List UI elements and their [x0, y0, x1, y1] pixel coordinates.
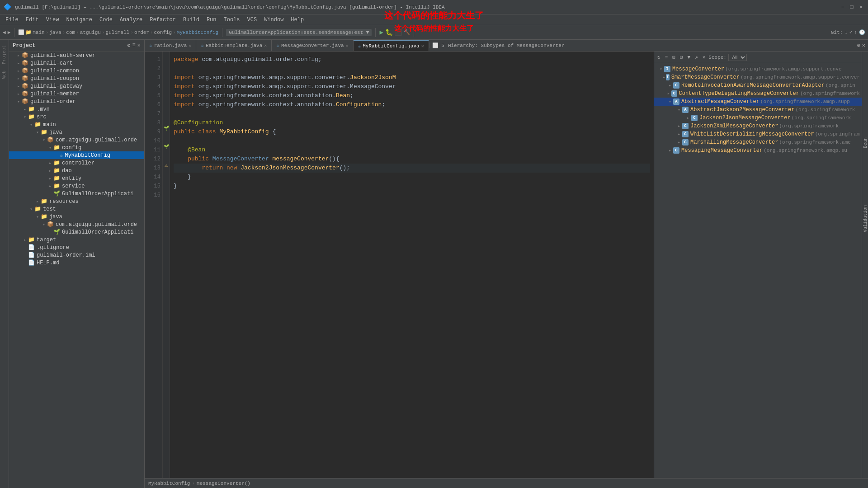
side-label-project[interactable]: Project	[2, 43, 7, 66]
footer-method[interactable]: messageConverter()	[197, 481, 250, 486]
tab-rabbittemplate[interactable]: ☕ RabbitTemplate.java ✕	[196, 40, 272, 52]
run-config-selector[interactable]: GulimallOrderApplicationTests.sendMessag…	[226, 29, 372, 36]
breadcrumb-gulimall[interactable]: gulimall	[106, 30, 130, 35]
menu-file[interactable]: File	[2, 16, 22, 24]
toolbar-back-btn[interactable]: ◀	[3, 29, 6, 35]
sidebar-item[interactable]: 🌱 GulimallOrderApplicati	[9, 228, 144, 236]
menu-build[interactable]: Build	[179, 16, 203, 24]
hierarchy-item[interactable]: ▸ C WhiteListDeserializingMessageConvert…	[654, 130, 862, 138]
menu-run[interactable]: Run	[203, 16, 220, 24]
sidebar-item[interactable]: ▸ 📁 target	[9, 236, 144, 244]
menu-view[interactable]: View	[42, 16, 63, 24]
menu-window[interactable]: Window	[260, 16, 287, 24]
tab-close-messageconverter[interactable]: ✕	[346, 43, 349, 48]
sidebar-item[interactable]: ▸ 📁 dao	[9, 167, 144, 174]
sidebar-item[interactable]: ▾ 📁 src	[9, 113, 144, 121]
tab-myrabbitconfig[interactable]: ☕ MyRabbitConfig.java ✕	[354, 40, 429, 52]
breadcrumb-main[interactable]: ⬜	[18, 29, 24, 35]
hierarchy-close-icon[interactable]: ✕	[862, 42, 865, 49]
menu-help[interactable]: Help	[287, 16, 307, 24]
tab-close-myrabbitconfig[interactable]: ✕	[421, 43, 424, 49]
sidebar-item[interactable]: ▾ 📦 com.atguigu.gulimall.orde	[9, 221, 144, 228]
sidebar-item[interactable]: ▸ 📁 resources	[9, 197, 144, 205]
sidebar-item[interactable]: 📄 gulimall-order.iml	[9, 251, 144, 259]
sidebar-item[interactable]: ▾ 📦 gulimall-order	[9, 98, 144, 105]
menu-edit[interactable]: Edit	[22, 16, 42, 24]
sidebar-item[interactable]: ▸ 📦 gulimall-gateway	[9, 82, 144, 90]
breadcrumb-file[interactable]: MyRabbitConfig	[177, 30, 218, 35]
close-button[interactable]: ✕	[857, 4, 864, 11]
sidebar-item[interactable]: ▸ 📁 service	[9, 182, 144, 190]
breadcrumb-config[interactable]: config	[154, 30, 172, 35]
breadcrumb-java[interactable]: java	[49, 30, 61, 35]
hierarchy-item[interactable]: ▸ C RemoteInvocationAwareMessageConverte…	[654, 81, 862, 89]
hierarchy-item[interactable]: ▾ A AbstractMessageConverter (org.spring…	[654, 98, 862, 106]
sidebar-item[interactable]: ▸ 📁 entity	[9, 174, 144, 182]
hierarchy-item[interactable]: ▸ C ContentTypeDelegatingMessageConverte…	[654, 89, 862, 98]
sidebar-item[interactable]: ▸ 📦 gulimall-auth-server	[9, 52, 144, 59]
build-button[interactable]: 🔨	[404, 29, 410, 35]
debug-button[interactable]: 🐛	[385, 28, 393, 36]
sidebar-collapse-icon[interactable]: ≡	[132, 42, 136, 49]
maximize-button[interactable]: □	[848, 4, 855, 11]
menu-analyze[interactable]: Analyze	[116, 16, 146, 24]
sidebar-item[interactable]: ▾ 📁 test	[9, 205, 144, 213]
menu-refactor[interactable]: Refactor	[146, 16, 179, 24]
code-editor[interactable]: 12345678910111213141516 🌱🌱⚠ package com.…	[145, 52, 654, 478]
breadcrumb-order[interactable]: order	[134, 30, 149, 35]
sidebar-item[interactable]: ▾ 📁 java	[9, 128, 144, 136]
git-push-btn[interactable]: ↑	[854, 30, 857, 35]
breadcrumb-com[interactable]: com	[66, 30, 75, 35]
hierarchy-item[interactable]: ▾ A AbstractJackson2MessageConverter (or…	[654, 106, 862, 114]
sidebar-item[interactable]: ▾ 📁 java	[9, 213, 144, 221]
stop-button[interactable]: ⬛	[395, 29, 402, 36]
sidebar-item[interactable]: ▸ 📁 controller	[9, 159, 144, 167]
sidebar-item[interactable]: ▾ 📁 config	[9, 144, 144, 151]
tab-ration[interactable]: ☕ ration.java ✕	[145, 40, 196, 52]
footer-class[interactable]: MyRabbitConfig	[148, 481, 190, 486]
scope-selector[interactable]: All	[728, 54, 747, 61]
sidebar-item[interactable]: 📄 HELP.md	[9, 259, 144, 267]
hierarchy-item[interactable]: ▸ I SmartMessageConverter (org.springfra…	[654, 73, 862, 81]
side-label-bean[interactable]: Bean	[863, 136, 868, 150]
tab-close-ration[interactable]: ✕	[189, 43, 191, 48]
hierarchy-item[interactable]: ▸ C Jackson2XmlMessageConverter (org.spr…	[654, 122, 862, 130]
toolbar-forward-btn[interactable]: ▶	[8, 29, 11, 35]
sidebar-item[interactable]: ▸ 📦 gulimall-member	[9, 90, 144, 98]
hier-close-icon[interactable]: ✕	[701, 54, 707, 60]
breadcrumb-main-label[interactable]: main	[33, 30, 44, 35]
tab-close-rabbittemplate[interactable]: ✕	[264, 43, 267, 48]
hierarchy-settings-icon[interactable]: ⚙	[857, 42, 860, 49]
sidebar-item[interactable]: ☕ MyRabbitConfig	[9, 151, 144, 159]
hierarchy-item[interactable]: ▸ C MessagingMessageConverter (org.sprin…	[654, 146, 862, 155]
menu-tools[interactable]: Tools	[220, 16, 244, 24]
git-history-btn[interactable]: 🕐	[859, 29, 865, 35]
hierarchy-item[interactable]: ▸ C Jackson2JsonMessageConverter (org.sp…	[654, 114, 862, 122]
run-button[interactable]: ▶	[379, 28, 383, 36]
menu-vcs[interactable]: VCS	[244, 16, 261, 24]
tab-messageconverter[interactable]: ☕ MessageConverter.java ✕	[272, 40, 353, 52]
hierarchy-item[interactable]: ▾ I MessageConverter (org.springframewor…	[654, 65, 862, 73]
sidebar-item[interactable]: ▸ 📦 gulimall-coupon	[9, 75, 144, 82]
sidebar-item[interactable]: ▸ 📦 gulimall-common	[9, 67, 144, 75]
hier-collapse-icon[interactable]: ≡	[664, 55, 670, 60]
git-update-btn[interactable]: ↓	[844, 30, 848, 35]
hier-expand-all-icon[interactable]: ⊞	[671, 54, 677, 60]
sidebar-close-icon[interactable]: ✕	[137, 42, 141, 49]
hierarchy-item[interactable]: ▸ C MarshallingMessageConverter (org.spr…	[654, 138, 862, 146]
side-label-validation[interactable]: Validation	[863, 203, 868, 234]
code-content[interactable]: package com.atguigu.gulimall.order.confi…	[170, 52, 654, 478]
sidebar-item[interactable]: ▾ 📦 com.atguigu.gulimall.orde	[9, 136, 144, 144]
hier-filter-icon[interactable]: ⊟	[679, 54, 684, 60]
git-commit-btn[interactable]: ✓	[849, 29, 853, 35]
menu-navigate[interactable]: Navigate	[62, 16, 96, 24]
menu-code[interactable]: Code	[96, 16, 116, 24]
sidebar-item[interactable]: ▸ 📦 gulimall-cart	[9, 59, 144, 67]
side-label-web[interactable]: Web	[2, 69, 7, 80]
hier-refresh-icon[interactable]: ↻	[656, 54, 662, 60]
sidebar-item[interactable]: 🌱 GulimallOrderApplicati	[9, 190, 144, 197]
breadcrumb-atguigu[interactable]: atguigu	[80, 30, 101, 35]
sidebar-settings-icon[interactable]: ⚙	[127, 42, 130, 49]
sidebar-item[interactable]: ▾ 📁 main	[9, 121, 144, 128]
sidebar-item[interactable]: 📄 .gitignore	[9, 244, 144, 251]
